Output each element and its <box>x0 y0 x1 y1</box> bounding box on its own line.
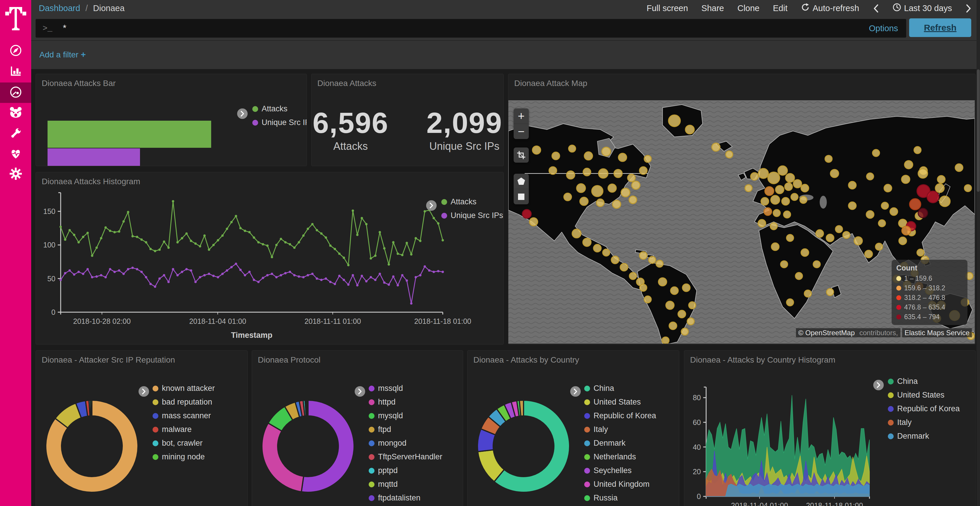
auto-refresh-button[interactable]: Auto-refresh <box>801 3 859 14</box>
attack-bubble[interactable] <box>758 219 766 227</box>
attack-bubble[interactable] <box>612 200 620 208</box>
attack-bubble[interactable] <box>598 169 608 178</box>
donut-slice[interactable] <box>519 400 523 416</box>
attack-bubble[interactable] <box>935 184 944 192</box>
attack-bubble[interactable] <box>865 250 872 258</box>
attack-bubble[interactable] <box>640 167 647 174</box>
attack-bubble[interactable] <box>768 172 780 184</box>
attack-bubble[interactable] <box>552 152 559 160</box>
ems-link[interactable]: Elastic Maps Service <box>902 328 972 337</box>
attack-bubble[interactable] <box>687 318 694 325</box>
donut-slice[interactable] <box>307 400 308 416</box>
attack-bubble[interactable] <box>917 249 924 256</box>
legend-item[interactable]: malware <box>153 425 215 434</box>
legend-item[interactable]: httpd <box>369 398 442 407</box>
donut-chart[interactable] <box>256 394 361 499</box>
attack-bubble[interactable] <box>939 196 950 207</box>
attack-bubble[interactable] <box>620 263 628 271</box>
time-forward-button[interactable] <box>966 4 972 13</box>
legend-item[interactable]: United Kingdom <box>584 480 656 489</box>
legend-item[interactable]: mongod <box>369 439 442 448</box>
attack-bubble[interactable] <box>867 173 873 180</box>
attack-bubble[interactable] <box>681 328 688 335</box>
attack-bubble[interactable] <box>927 191 939 203</box>
attack-bubble[interactable] <box>813 261 820 268</box>
time-back-button[interactable] <box>873 4 879 13</box>
attack-bubble[interactable] <box>784 183 792 190</box>
clone-button[interactable]: Clone <box>737 3 759 13</box>
attack-bubble[interactable] <box>787 234 794 241</box>
attack-bubble[interactable] <box>937 176 945 183</box>
attack-bubble[interactable] <box>583 168 590 176</box>
attack-bubble[interactable] <box>532 146 541 154</box>
attack-bubble[interactable] <box>778 166 788 175</box>
add-filter-button[interactable]: Add a filter + <box>40 49 86 59</box>
attack-bubble[interactable] <box>614 169 622 178</box>
telekom-logo[interactable] <box>5 5 26 30</box>
bar[interactable] <box>48 121 211 148</box>
attack-bubble[interactable] <box>918 208 928 218</box>
attack-bubble[interactable] <box>656 260 663 267</box>
attack-bubble[interactable] <box>745 184 752 192</box>
attack-bubble[interactable] <box>761 198 768 205</box>
attack-bubble[interactable] <box>884 184 892 192</box>
legend-item[interactable]: Republic of Korea <box>584 411 656 420</box>
attack-bubble[interactable] <box>658 278 667 286</box>
attack-bubble[interactable] <box>964 184 971 192</box>
attack-bubble[interactable] <box>629 196 637 204</box>
attack-bubble[interactable] <box>689 302 696 309</box>
attack-bubble[interactable] <box>772 243 779 251</box>
attack-bubble[interactable] <box>564 193 571 201</box>
donut-chart[interactable] <box>471 394 576 499</box>
attack-bubble[interactable] <box>758 168 768 178</box>
rectangle-icon[interactable] <box>514 189 529 204</box>
legend-item[interactable]: China <box>584 384 656 393</box>
attack-bubble[interactable] <box>827 289 834 295</box>
attack-bubble[interactable] <box>904 160 913 169</box>
legend-item[interactable]: United States <box>888 390 960 400</box>
attack-bubble[interactable] <box>572 229 581 238</box>
donut-slice[interactable] <box>91 400 92 416</box>
polygon-icon[interactable] <box>514 174 529 189</box>
legend-item[interactable]: mssqld <box>369 384 442 393</box>
donut-slice[interactable] <box>301 400 354 492</box>
attack-bubble[interactable] <box>577 184 585 192</box>
legend-item[interactable]: China <box>888 377 960 386</box>
legend-item[interactable]: Italy <box>584 425 656 434</box>
attack-bubble[interactable] <box>854 237 862 245</box>
attack-bubble[interactable] <box>682 284 690 292</box>
refresh-button[interactable]: Refresh <box>909 18 971 37</box>
attack-bubble[interactable] <box>801 249 808 256</box>
world-map[interactable]: + − Count 1 – 159.6159.6 – 318.2318.2 – … <box>508 100 975 344</box>
attack-bubble[interactable] <box>712 143 720 151</box>
attack-bubble[interactable] <box>875 243 882 250</box>
edit-button[interactable]: Edit <box>773 3 788 13</box>
attack-bubble[interactable] <box>602 147 611 156</box>
legend-item[interactable]: United States <box>584 398 656 407</box>
attack-bubble[interactable] <box>770 223 777 230</box>
legend-item[interactable]: known attacker <box>153 384 215 393</box>
sidebar-item-dashboard[interactable] <box>0 82 31 103</box>
legend-item[interactable]: mqttd <box>369 480 442 489</box>
attack-bubble[interactable] <box>611 256 619 264</box>
attack-bubble[interactable] <box>866 211 874 218</box>
share-button[interactable]: Share <box>702 3 724 13</box>
attack-bubble[interactable] <box>593 244 601 252</box>
attack-bubble[interactable] <box>549 167 557 174</box>
legend-item[interactable]: Attacks <box>441 197 503 206</box>
sidebar-item-devtools[interactable] <box>0 124 31 144</box>
attack-bubble[interactable] <box>608 184 616 192</box>
attack-bubble[interactable] <box>583 238 591 246</box>
attack-bubble[interactable] <box>771 195 780 204</box>
attack-bubble[interactable] <box>776 186 784 194</box>
attack-bubble[interactable] <box>801 184 808 192</box>
legend-item[interactable]: bad reputation <box>153 398 215 407</box>
attack-bubble[interactable] <box>787 299 794 306</box>
attack-bubble[interactable] <box>662 337 669 344</box>
bar[interactable] <box>48 148 140 166</box>
attack-bubble[interactable] <box>649 257 655 263</box>
attack-bubble[interactable] <box>782 198 789 205</box>
attack-bubble[interactable] <box>644 296 651 303</box>
crop-icon[interactable] <box>514 148 529 163</box>
attack-bubble[interactable] <box>666 301 674 309</box>
